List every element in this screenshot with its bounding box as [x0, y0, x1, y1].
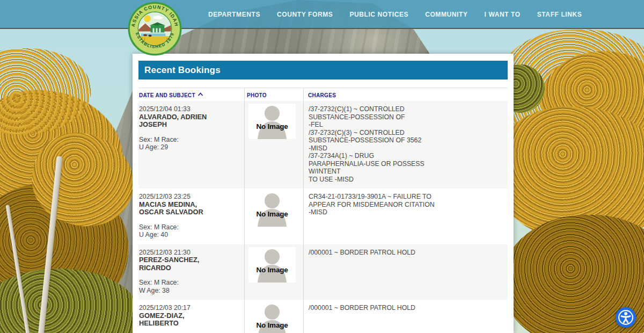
- charges-text: /000001 ~ BORDER PATROL HOLD: [309, 249, 445, 257]
- date-subject-cell: 2025/12/04 01:33 ALVARADO, ADRIEN JOSEPH…: [138, 101, 244, 189]
- county-seal-logo[interactable]: CASSIA COUNTY IDAHO ESTABLISHED 1879: [127, 1, 182, 56]
- booking-demographics: Sex: M Race:U Age: 29: [139, 136, 240, 151]
- date-subject-cell: 2025/12/03 23:25 MACIAS MEDINA, OSCAR SA…: [138, 189, 244, 244]
- charges-cell: /000001 ~ BORDER PATROL HOLD: [303, 300, 508, 333]
- booking-row: 2025/12/04 01:33 ALVARADO, ADRIEN JOSEPH…: [138, 101, 508, 189]
- accessibility-icon: [618, 309, 634, 325]
- no-image-label: No Image: [248, 322, 296, 330]
- column-header-date-subject[interactable]: DATE AND SUBJECT: [138, 88, 244, 101]
- nav-item-i-want-to[interactable]: I WANT TO: [485, 11, 521, 18]
- booking-name: GOMEZ-DIAZ, HELIBERTO: [139, 312, 219, 328]
- booking-demographics: Sex: M Race:U Age: 40: [139, 223, 240, 239]
- page-title: Recent Bookings: [144, 65, 221, 75]
- booking-demographics: Sex: M Race:W Age: 38: [139, 279, 240, 294]
- content-panel: Recent Bookings DATE AND SUBJECT PHOTO C…: [133, 54, 514, 333]
- no-image-placeholder: No Image: [248, 191, 296, 227]
- booking-row: 2025/12/03 23:25 MACIAS MEDINA, OSCAR SA…: [138, 189, 508, 244]
- no-image-label: No Image: [248, 266, 296, 274]
- person-silhouette-icon: [248, 191, 296, 227]
- no-image-placeholder: No Image: [248, 104, 296, 139]
- column-header-label: DATE AND SUBJECT: [139, 92, 195, 98]
- bookings-table: DATE AND SUBJECT PHOTO CHARGES 2025/12/0…: [138, 88, 508, 333]
- photo-cell: No Image: [244, 300, 303, 333]
- nav-item-public-notices[interactable]: PUBLIC NOTICES: [349, 11, 408, 18]
- accessibility-widget-button[interactable]: [616, 307, 636, 328]
- charges-cell: CR34-21-01733/19-3901A ~ FAILURE TOAPPEA…: [303, 189, 508, 244]
- page-title-bar: Recent Bookings: [138, 61, 508, 79]
- top-navigation-bar: DEPARTMENTS COUNTY FORMS PUBLIC NOTICES …: [0, 0, 644, 29]
- booking-name: ALVARADO, ADRIEN JOSEPH: [139, 113, 219, 129]
- date-subject-cell: 2025/12/03 20:17 GOMEZ-DIAZ, HELIBERTO S…: [138, 300, 244, 333]
- no-image-label: No Image: [248, 123, 296, 131]
- photo-cell: No Image: [244, 189, 303, 244]
- charges-cell: /000001 ~ BORDER PATROL HOLD: [303, 244, 508, 300]
- seal-graphic: CASSIA COUNTY IDAHO ESTABLISHED 1879: [127, 1, 182, 56]
- charges-cell: /37-2732(C)(1) ~ CONTROLLEDSUBSTANCE-POS…: [303, 101, 508, 189]
- charges-text: /000001 ~ BORDER PATROL HOLD: [309, 304, 445, 312]
- nav-item-community[interactable]: COMMUNITY: [425, 11, 467, 18]
- person-silhouette-icon: [248, 104, 296, 139]
- date-subject-cell: 2025/12/03 21:30 PEREZ-SANCHEZ, RICARDO …: [138, 244, 244, 300]
- booking-name: MACIAS MEDINA, OSCAR SALVADOR: [139, 201, 219, 216]
- booking-row: 2025/12/03 21:30 PEREZ-SANCHEZ, RICARDO …: [138, 244, 508, 300]
- column-header-charges[interactable]: CHARGES: [303, 88, 508, 101]
- booking-name: PEREZ-SANCHEZ, RICARDO: [139, 256, 219, 272]
- photo-cell: No Image: [244, 244, 303, 300]
- photo-cell: No Image: [244, 101, 303, 189]
- sort-ascending-icon[interactable]: [197, 92, 203, 97]
- no-image-label: No Image: [248, 211, 296, 219]
- no-image-placeholder: No Image: [248, 247, 296, 283]
- booking-datetime: 2025/12/03 23:25: [139, 193, 240, 201]
- booking-datetime: 2025/12/03 21:30: [139, 249, 240, 257]
- charges-text: CR34-21-01733/19-3901A ~ FAILURE TOAPPEA…: [309, 193, 445, 216]
- booking-datetime: 2025/12/04 01:33: [139, 105, 240, 113]
- nav-item-county-forms[interactable]: COUNTY FORMS: [277, 11, 333, 18]
- booking-row: 2025/12/03 20:17 GOMEZ-DIAZ, HELIBERTO S…: [138, 300, 508, 333]
- main-menu: DEPARTMENTS COUNTY FORMS PUBLIC NOTICES …: [208, 0, 582, 29]
- column-header-photo[interactable]: PHOTO: [244, 88, 303, 101]
- person-silhouette-icon: [248, 247, 296, 283]
- booking-datetime: 2025/12/03 20:17: [139, 304, 240, 312]
- charges-text: /37-2732(C)(1) ~ CONTROLLEDSUBSTANCE-POS…: [309, 105, 445, 183]
- nav-item-departments[interactable]: DEPARTMENTS: [208, 11, 260, 18]
- nav-item-staff-links[interactable]: STAFF LINKS: [537, 11, 582, 18]
- no-image-placeholder: No Image: [248, 302, 296, 333]
- table-header-row: DATE AND SUBJECT PHOTO CHARGES: [138, 88, 508, 101]
